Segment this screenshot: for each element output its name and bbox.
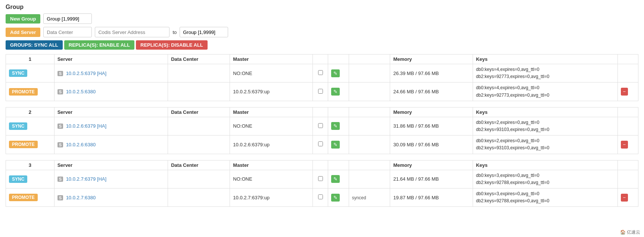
row-checkbox[interactable]: [318, 89, 323, 94]
server-cell: S 10.0.2.7:6379 [HA]: [54, 170, 168, 188]
action-cell: SYNC: [6, 170, 55, 188]
action-cell: PROMOTE: [6, 82, 55, 101]
synced-cell: [349, 170, 390, 188]
row-checkbox[interactable]: [318, 194, 323, 199]
group-section-2: 2 Server Data Center Master Memory Keys …: [6, 107, 638, 154]
group-section-3: 3 Server Data Center Master Memory Keys …: [6, 160, 638, 207]
col-synced-header: [349, 160, 390, 170]
data-center-input[interactable]: [43, 27, 92, 37]
checkbox-cell: [312, 82, 328, 101]
table-row: SYNC S 10.0.2.5:6379 [HA] NO:ONE ✎ 26.39…: [6, 64, 638, 82]
add-server-button[interactable]: Add Server: [6, 28, 40, 37]
server-link[interactable]: 10.0.2.5:6380: [66, 89, 96, 94]
delete-button[interactable]: −: [621, 88, 628, 96]
sync-button[interactable]: SYNC: [9, 122, 27, 130]
group-range-input[interactable]: [43, 13, 92, 24]
promote-button[interactable]: PROMOTE: [9, 141, 38, 148]
col-memory-header: Memory: [390, 160, 473, 170]
to-label: to: [172, 29, 177, 35]
col-del-header: [617, 54, 638, 64]
action-cell: PROMOTE: [6, 135, 55, 154]
server-link[interactable]: 10.0.2.5:6379 [HA]: [66, 71, 106, 76]
keys-text: db0:keys=3,expires=0,avg_ttl=0db2:keys=9…: [476, 190, 615, 205]
col-del-header: [617, 160, 638, 170]
col-datacenter-header: Data Center: [168, 107, 230, 117]
datacenter-cell: [168, 64, 230, 82]
server-link[interactable]: 10.0.2.7:6380: [66, 195, 96, 200]
replica-disable-button[interactable]: REPLICA(S): DISABLE ALL: [136, 40, 208, 50]
synced-cell: [349, 82, 390, 101]
memory-cell: 31.86 MB / 97.66 MB: [390, 117, 473, 135]
edit-button[interactable]: ✎: [331, 88, 340, 96]
server-tag: S: [57, 71, 63, 76]
sync-button[interactable]: SYNC: [9, 69, 27, 77]
delete-cell: −: [617, 82, 638, 101]
server-cell: S 10.0.2.6:6379 [HA]: [54, 117, 168, 135]
keys-cell: db0:keys=4,expires=0,avg_ttl=0db2:keys=9…: [473, 64, 617, 82]
keys-cell: db0:keys=4,expires=0,avg_ttl=0db2:keys=9…: [473, 82, 617, 101]
row-checkbox[interactable]: [318, 123, 323, 128]
keys-text: db0:keys=2,expires=0,avg_ttl=0db2:keys=9…: [476, 137, 615, 152]
edit-button[interactable]: ✎: [331, 194, 340, 202]
col-synced-header: [349, 107, 390, 117]
server-cell: S 10.0.2.6:6380: [54, 135, 168, 154]
new-group-button[interactable]: New Group: [6, 14, 40, 24]
edit-cell: ✎: [328, 64, 349, 82]
edit-cell: ✎: [328, 135, 349, 154]
memory-cell: 24.66 MB / 97.66 MB: [390, 82, 473, 101]
col-server-header: Server: [54, 107, 168, 117]
server-cell: S 10.0.2.5:6380: [54, 82, 168, 101]
delete-cell: [617, 170, 638, 188]
keys-text: db0:keys=4,expires=0,avg_ttl=0db2:keys=9…: [476, 84, 615, 99]
col-master-header: Master: [230, 160, 312, 170]
row-checkbox[interactable]: [318, 176, 323, 181]
edit-button[interactable]: ✎: [331, 69, 340, 77]
group-number-1: 1: [6, 54, 55, 64]
checkbox-cell: [312, 170, 328, 188]
server-tag: S: [57, 177, 63, 182]
codis-server-address-input[interactable]: [95, 27, 169, 37]
edit-button[interactable]: ✎: [331, 175, 340, 183]
main-page: Group New Group Add Server to GROUPS: SY…: [0, 0, 644, 216]
keys-cell: db0:keys=3,expires=0,avg_ttl=0db2:keys=9…: [473, 188, 617, 206]
master-cell: NO:ONE: [230, 170, 312, 188]
col-synced-header: [349, 54, 390, 64]
master-cell: 10.0.2.7:6379:up: [230, 188, 312, 206]
group-to-input[interactable]: [180, 27, 228, 37]
col-edit-header: [328, 54, 349, 64]
synced-status: synced: [352, 195, 366, 200]
sync-button[interactable]: SYNC: [9, 175, 27, 183]
datacenter-cell: [168, 117, 230, 135]
table-row: SYNC S 10.0.2.6:6379 [HA] NO:ONE ✎ 31.86…: [6, 117, 638, 135]
row-checkbox[interactable]: [318, 70, 323, 75]
server-link[interactable]: 10.0.2.7:6379 [HA]: [66, 176, 106, 182]
table-row: SYNC S 10.0.2.7:6379 [HA] NO:ONE ✎ 21.64…: [6, 170, 638, 188]
delete-button[interactable]: −: [621, 194, 628, 202]
table-row: PROMOTE S 10.0.2.7:6380 10.0.2.7:6379:up…: [6, 188, 638, 206]
checkbox-cell: [312, 188, 328, 206]
promote-button[interactable]: PROMOTE: [9, 194, 38, 201]
col-memory-header: Memory: [390, 107, 473, 117]
col-master-header: Master: [230, 54, 312, 64]
toolbar-row1: New Group: [6, 13, 638, 24]
col-master-header: Master: [230, 107, 312, 117]
promote-button[interactable]: PROMOTE: [9, 88, 38, 96]
sync-all-button[interactable]: GROUPS: SYNC ALL: [6, 40, 63, 50]
server-tag: S: [57, 195, 63, 200]
server-link[interactable]: 10.0.2.6:6379 [HA]: [66, 123, 106, 129]
col-del-header: [617, 107, 638, 117]
server-link[interactable]: 10.0.2.6:6380: [66, 142, 96, 147]
edit-cell: ✎: [328, 170, 349, 188]
edit-button[interactable]: ✎: [331, 122, 340, 130]
edit-cell: ✎: [328, 82, 349, 101]
col-server-header: Server: [54, 54, 168, 64]
group-number-2: 2: [6, 107, 55, 117]
col-edit-header: [328, 160, 349, 170]
edit-button[interactable]: ✎: [331, 141, 340, 149]
checkbox-cell: [312, 117, 328, 135]
edit-cell: ✎: [328, 117, 349, 135]
row-checkbox[interactable]: [318, 141, 323, 146]
replica-enable-button[interactable]: REPLICA(S): ENABLE ALL: [64, 40, 134, 50]
delete-button[interactable]: −: [621, 141, 628, 149]
datacenter-cell: [168, 188, 230, 206]
